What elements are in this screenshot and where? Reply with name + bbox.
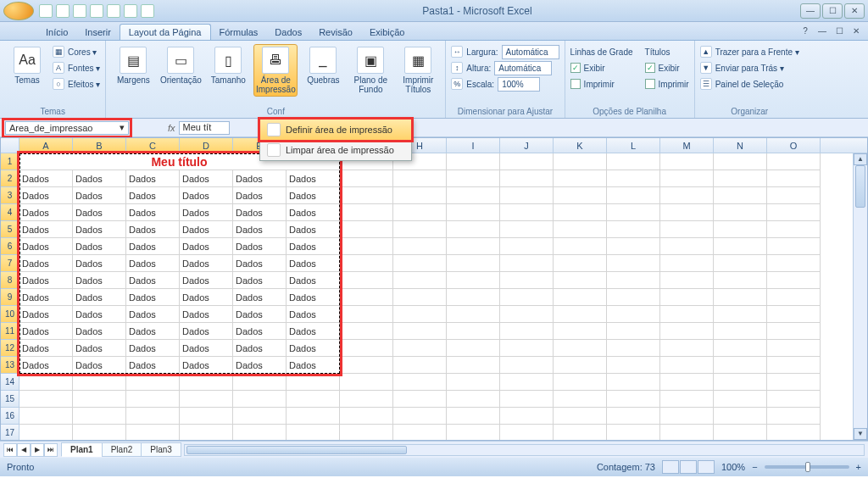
cell[interactable] [714, 170, 767, 187]
cell[interactable] [607, 153, 660, 170]
horizontal-scrollbar[interactable] [184, 444, 865, 456]
cell[interactable] [500, 204, 554, 221]
cell[interactable] [340, 357, 393, 374]
cell[interactable] [500, 289, 554, 306]
cell[interactable]: Dados [287, 306, 340, 323]
cell[interactable]: Dados [73, 238, 126, 255]
cell[interactable] [714, 187, 767, 204]
cell[interactable] [19, 374, 73, 391]
hscroll-thumb[interactable] [186, 446, 407, 454]
cell[interactable] [447, 340, 500, 357]
cell[interactable] [500, 221, 554, 238]
cell[interactable]: Dados [233, 340, 287, 357]
cell[interactable] [233, 425, 287, 441]
cell[interactable] [340, 238, 393, 255]
cell[interactable] [447, 204, 500, 221]
cell[interactable] [447, 221, 500, 238]
bring-front-button[interactable]: ▲Trazer para a Frente ▾ [700, 44, 799, 59]
chevron-down-icon[interactable]: ▾ [120, 122, 125, 133]
cell[interactable]: Dados [19, 357, 73, 374]
cell[interactable]: Dados [180, 306, 233, 323]
tab-exibição[interactable]: Exibição [361, 25, 414, 40]
cell[interactable]: Dados [233, 306, 287, 323]
cell[interactable] [767, 323, 821, 340]
cell[interactable]: Dados [126, 306, 180, 323]
send-back-button[interactable]: ▼Enviar para Trás ▾ [700, 60, 799, 75]
cell[interactable] [767, 170, 821, 187]
cell[interactable] [767, 153, 821, 170]
effects-button[interactable]: ○Efeitos ▾ [53, 76, 100, 92]
mdi-close-icon[interactable]: ✕ [849, 24, 863, 37]
cell[interactable] [714, 408, 767, 425]
cell[interactable] [73, 408, 126, 425]
mdi-min-icon[interactable]: — [815, 24, 829, 37]
cell[interactable] [500, 323, 554, 340]
fonts-button[interactable]: AFontes ▾ [53, 60, 100, 75]
cell[interactable]: Dados [233, 187, 287, 204]
cell[interactable] [607, 323, 660, 340]
cell[interactable]: Dados [19, 238, 73, 255]
cell[interactable] [767, 374, 821, 391]
cell[interactable] [607, 357, 660, 374]
cell[interactable] [500, 340, 554, 357]
cell[interactable] [554, 272, 607, 289]
cell[interactable] [447, 306, 500, 323]
cell[interactable]: Dados [73, 289, 126, 306]
cell[interactable] [500, 272, 554, 289]
cell[interactable]: Dados [233, 238, 287, 255]
cell[interactable] [447, 187, 500, 204]
cell[interactable]: Dados [180, 340, 233, 357]
cell[interactable] [287, 391, 340, 408]
cell[interactable] [340, 272, 393, 289]
cell[interactable]: Dados [126, 323, 180, 340]
cell[interactable] [660, 238, 714, 255]
cell[interactable] [607, 272, 660, 289]
scroll-down-icon[interactable]: ▼ [854, 428, 867, 440]
tab-inserir[interactable]: Inserir [76, 25, 120, 40]
cell[interactable] [447, 391, 500, 408]
cell[interactable]: Dados [126, 289, 180, 306]
cell[interactable] [340, 340, 393, 357]
cell[interactable] [660, 425, 714, 441]
cell[interactable]: Dados [287, 255, 340, 272]
height-select[interactable]: Automática [494, 61, 552, 75]
view-break-button[interactable] [698, 460, 715, 474]
cell[interactable] [660, 272, 714, 289]
sheet-nav-last[interactable]: ⏭ [44, 443, 58, 457]
cell[interactable] [554, 425, 607, 441]
cell[interactable]: Dados [180, 221, 233, 238]
cell[interactable] [340, 204, 393, 221]
cell[interactable] [393, 238, 447, 255]
cell[interactable]: Dados [73, 255, 126, 272]
cell[interactable] [126, 425, 180, 441]
cell[interactable] [393, 289, 447, 306]
column-header[interactable]: O [767, 138, 821, 153]
cell[interactable]: Dados [73, 204, 126, 221]
cell[interactable] [554, 187, 607, 204]
cell[interactable] [340, 306, 393, 323]
cell[interactable] [126, 408, 180, 425]
column-header[interactable]: K [554, 138, 607, 153]
cell[interactable] [660, 204, 714, 221]
background-button[interactable]: ▣Plano de Fundo [348, 44, 392, 97]
column-header[interactable]: B [73, 138, 126, 153]
cell[interactable] [714, 204, 767, 221]
cell[interactable]: Dados [233, 272, 287, 289]
cell[interactable] [660, 340, 714, 357]
cell[interactable] [607, 221, 660, 238]
cell[interactable] [447, 425, 500, 441]
cell[interactable] [714, 323, 767, 340]
cell[interactable] [340, 289, 393, 306]
cell[interactable]: Dados [73, 306, 126, 323]
cell[interactable] [233, 408, 287, 425]
cell[interactable] [660, 221, 714, 238]
cell[interactable] [393, 255, 447, 272]
cell[interactable]: Dados [287, 289, 340, 306]
print-area-button[interactable]: 🖶Área de Impressão [253, 44, 298, 97]
redo-icon[interactable] [73, 4, 86, 18]
scroll-up-icon[interactable]: ▲ [854, 153, 867, 165]
cell[interactable]: Dados [287, 238, 340, 255]
cell[interactable] [714, 391, 767, 408]
sheet-nav-first[interactable]: ⏮ [3, 443, 17, 457]
cell[interactable]: Dados [126, 340, 180, 357]
